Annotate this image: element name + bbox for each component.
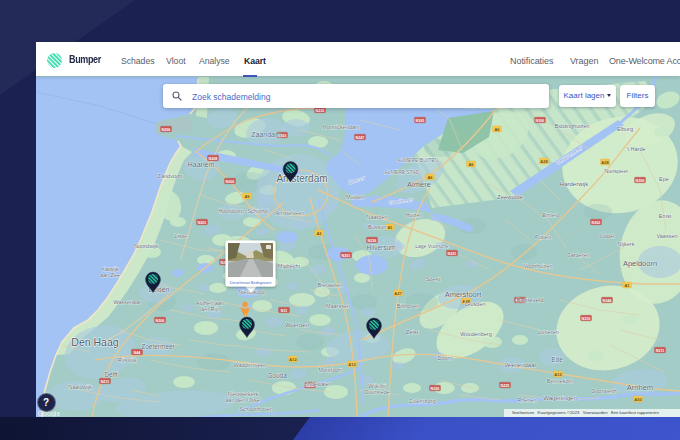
svg-text:Dieselstraat Bodegraven: Dieselstraat Bodegraven [230,281,272,285]
svg-text:Sneltoetsen Kaartgegevens ©2: Sneltoetsen Kaartgegevens ©2023 Voorwaar… [512,410,659,415]
